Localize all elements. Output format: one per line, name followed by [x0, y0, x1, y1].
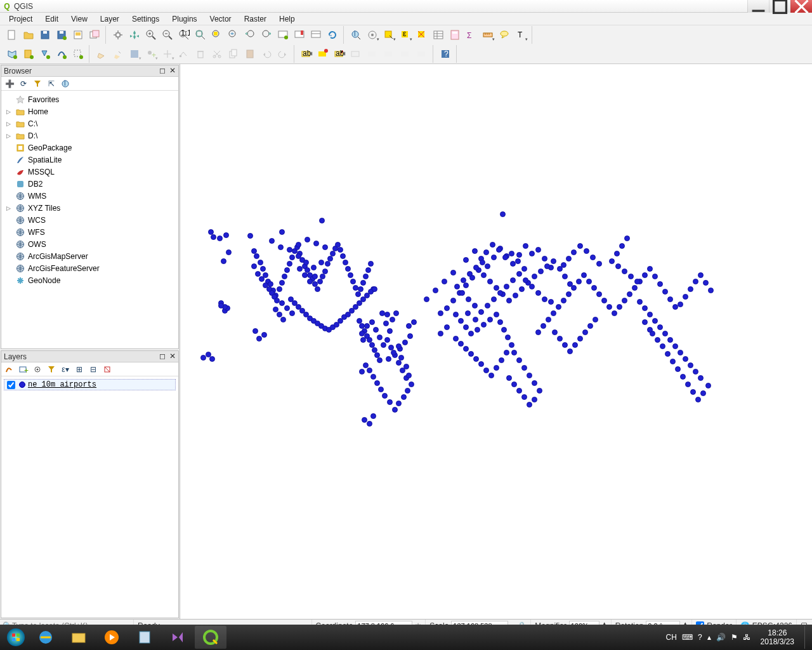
browser-item-d-[interactable]: ▷D:\ [3, 129, 177, 142]
browser-item-home[interactable]: ▷Home [3, 105, 177, 117]
zoom-next-icon[interactable] [258, 27, 275, 43]
zoom-in-icon[interactable] [143, 27, 159, 43]
remove-layer-icon[interactable] [102, 364, 113, 375]
menu-vector[interactable]: Vector [204, 13, 238, 25]
undo-icon[interactable] [258, 46, 275, 62]
tray-flag-icon[interactable]: ⚑ [731, 633, 738, 642]
deselect-all-icon[interactable] [414, 27, 430, 43]
toggle-editing-icon[interactable] [110, 46, 126, 62]
new-project-icon[interactable] [4, 27, 20, 43]
browser-close-icon[interactable]: ✕ [168, 66, 177, 75]
taskbar-mediaplayer-icon[interactable] [96, 626, 128, 649]
save-project-icon[interactable] [37, 27, 53, 43]
filter-expression-icon[interactable]: ε▾ [60, 364, 71, 375]
label-rotate-icon[interactable] [381, 46, 397, 62]
layers-close-icon[interactable]: ✕ [168, 352, 177, 361]
menu-edit[interactable]: Edit [39, 13, 65, 25]
tray-ime[interactable]: CH [666, 633, 677, 642]
select-by-value-icon[interactable]: ε▾ [397, 27, 414, 43]
expand-icon[interactable]: ▷ [6, 121, 13, 127]
add-group-icon[interactable]: + [18, 364, 29, 375]
expand-icon[interactable]: ▷ [6, 133, 13, 139]
browser-item-wcs[interactable]: WCS [3, 214, 177, 226]
move-feature-icon[interactable]: ▾ [159, 46, 176, 62]
save-edits-icon[interactable]: ▾ [126, 46, 143, 62]
new-spatialite-icon[interactable] [53, 46, 70, 62]
taskbar-ie-icon[interactable] [30, 626, 62, 649]
browser-item-wfs[interactable]: WFS [3, 226, 177, 238]
browser-item-ows[interactable]: OWS [3, 238, 177, 250]
menu-raster[interactable]: Raster [238, 13, 273, 25]
tray-arrow-icon[interactable]: ▴ [707, 633, 711, 642]
identify-icon[interactable]: i [348, 27, 364, 43]
expand-icon[interactable]: ▷ [6, 205, 13, 211]
browser-item-mssql[interactable]: MSSQL [3, 166, 177, 178]
collapse-all-icon[interactable]: ⇱ [46, 78, 57, 90]
measure-icon[interactable]: ▾ [480, 27, 496, 43]
minimize-button[interactable] [747, 0, 769, 13]
label-prop-icon[interactable] [414, 46, 430, 62]
layout-manager-icon[interactable] [86, 27, 103, 43]
browser-item-c-[interactable]: ▷C:\ [3, 117, 177, 129]
delete-selected-icon[interactable] [192, 46, 209, 62]
menu-help[interactable]: Help [273, 13, 301, 25]
browser-item-geonode[interactable]: GeoNode [3, 274, 177, 286]
browser-item-wms[interactable]: WMS [3, 190, 177, 202]
pan-icon[interactable] [110, 27, 126, 43]
select-features-icon[interactable]: ▾ [381, 27, 397, 43]
refresh-icon[interactable] [324, 27, 341, 43]
browser-item-favorites[interactable]: Favorites [3, 93, 177, 105]
browser-undock-icon[interactable]: ◻ [158, 66, 167, 75]
zoom-out-icon[interactable] [159, 27, 176, 43]
text-annotation-icon[interactable]: T▾ [513, 27, 529, 43]
map-canvas[interactable] [180, 64, 812, 619]
menu-layer[interactable]: Layer [94, 13, 126, 25]
redo-icon[interactable] [275, 46, 291, 62]
zoom-to-layer-icon[interactable] [225, 27, 242, 43]
zoom-full-icon[interactable] [192, 27, 209, 43]
new-shapefile-icon[interactable] [37, 46, 53, 62]
tray-network-icon[interactable]: 🖧 [743, 633, 750, 642]
filter-browser-icon[interactable] [32, 78, 43, 90]
add-vector-layer-icon[interactable] [4, 46, 20, 62]
start-button[interactable] [3, 626, 29, 649]
tray-volume-icon[interactable]: 🔊 [716, 633, 726, 642]
copy-features-icon[interactable] [225, 46, 242, 62]
browser-item-spatialite[interactable]: SpatiaLite [3, 154, 177, 166]
new-virtual-layer-icon[interactable] [70, 46, 86, 62]
taskbar-explorer-icon[interactable] [63, 626, 95, 649]
label-show-icon[interactable] [348, 46, 364, 62]
layer-list[interactable]: ne_10m_airports [1, 376, 178, 618]
browser-item-db2[interactable]: DB2 [3, 178, 177, 190]
zoom-native-icon[interactable]: 1:1 [176, 27, 192, 43]
label-highlight-icon[interactable] [315, 46, 331, 62]
cut-features-icon[interactable] [209, 46, 225, 62]
show-bookmarks-icon[interactable] [308, 27, 324, 43]
map-tips-icon[interactable] [496, 27, 513, 43]
filter-legend-icon[interactable] [46, 364, 57, 375]
menu-project[interactable]: Project [3, 13, 39, 25]
browser-item-geopackage[interactable]: GeoPackage [3, 142, 177, 154]
taskbar-qgis-icon[interactable] [195, 626, 226, 649]
add-feature-icon[interactable]: +▾ [143, 46, 159, 62]
maximize-button[interactable] [769, 0, 790, 13]
help-whatsthis-icon[interactable]: ? [437, 46, 454, 62]
zoom-to-selection-icon[interactable] [209, 27, 225, 43]
field-calculator-icon[interactable] [447, 27, 463, 43]
browser-tree[interactable]: Favorites▷Home▷C:\▷D:\GeoPackageSpatiaLi… [1, 91, 178, 348]
menu-view[interactable]: View [65, 13, 94, 25]
collapse-all-layers-icon[interactable]: ⊟ [88, 364, 99, 375]
label-pin-icon[interactable]: abc [331, 46, 348, 62]
properties-icon[interactable]: i [60, 78, 71, 90]
refresh-browser-icon[interactable]: ⟳ [18, 78, 29, 90]
tray-clock[interactable]: 18:26 2018/3/23 [756, 628, 799, 646]
layer-visibility-checkbox[interactable] [7, 381, 15, 389]
pan-to-selection-icon[interactable] [126, 27, 143, 43]
label-layer-icon[interactable]: abc [298, 46, 315, 62]
action-icon[interactable]: ▾ [364, 27, 381, 43]
label-move-icon[interactable] [364, 46, 381, 62]
open-project-icon[interactable] [20, 27, 37, 43]
show-desktop-button[interactable] [804, 626, 809, 649]
new-print-layout-icon[interactable] [70, 27, 86, 43]
current-edits-icon[interactable] [93, 46, 110, 62]
